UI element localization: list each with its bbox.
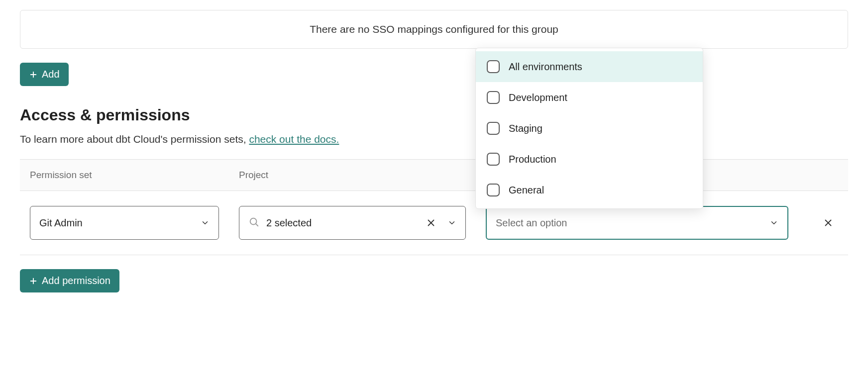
dropdown-item[interactable]: All environments [476, 51, 703, 82]
sso-empty-banner: There are no SSO mappings configured for… [20, 10, 848, 49]
dropdown-item[interactable]: General [476, 175, 703, 205]
add-button-label: Add [42, 69, 60, 80]
plus-icon [29, 277, 38, 286]
access-permissions-title: Access & permissions [20, 106, 848, 124]
dropdown-item-label: Development [509, 92, 567, 103]
access-permissions-description: To learn more about dbt Cloud's permissi… [20, 133, 848, 145]
dropdown-item-label: All environments [509, 61, 582, 73]
chevron-down-icon [201, 218, 210, 227]
checkbox[interactable] [487, 153, 500, 166]
checkbox[interactable] [487, 60, 500, 73]
sso-empty-message: There are no SSO mappings configured for… [310, 23, 558, 35]
checkbox[interactable] [487, 184, 500, 196]
dropdown-item-label: Production [509, 154, 556, 165]
environment-dropdown: All environmentsDevelopmentStagingProduc… [475, 48, 703, 209]
chevron-down-icon [447, 218, 456, 227]
checkbox[interactable] [487, 122, 500, 135]
environment-placeholder: Select an option [496, 217, 567, 229]
project-value: 2 selected [266, 217, 419, 229]
docs-link[interactable]: check out the docs. [249, 133, 339, 145]
dropdown-item[interactable]: Production [476, 144, 703, 175]
plus-icon [29, 70, 38, 79]
dropdown-item[interactable]: Development [476, 82, 703, 113]
header-action [808, 170, 848, 181]
permission-set-select[interactable]: Git Admin [30, 206, 219, 240]
remove-row-icon[interactable] [823, 217, 834, 228]
chevron-down-icon [769, 218, 778, 227]
permission-set-value: Git Admin [39, 217, 83, 229]
dropdown-item-label: Staging [509, 123, 542, 134]
svg-line-3 [256, 224, 258, 226]
header-project: Project [239, 170, 486, 181]
project-multiselect[interactable]: 2 selected [239, 206, 466, 240]
search-icon [248, 216, 259, 229]
table-header: Permission set Project [20, 159, 848, 191]
table-row: Git Admin 2 selected [20, 191, 848, 255]
environment-select[interactable]: Select an option [486, 206, 788, 240]
dropdown-item-label: General [509, 185, 544, 196]
dropdown-item[interactable]: Staging [476, 113, 703, 144]
add-button[interactable]: Add [20, 63, 69, 86]
header-permission-set: Permission set [30, 170, 239, 181]
add-permission-button[interactable]: Add permission [20, 269, 119, 292]
add-permission-label: Add permission [42, 275, 110, 287]
permissions-table: Permission set Project Git Admin [20, 159, 848, 255]
checkbox[interactable] [487, 91, 500, 104]
clear-icon[interactable] [426, 217, 436, 228]
desc-prefix: To learn more about dbt Cloud's permissi… [20, 133, 249, 145]
